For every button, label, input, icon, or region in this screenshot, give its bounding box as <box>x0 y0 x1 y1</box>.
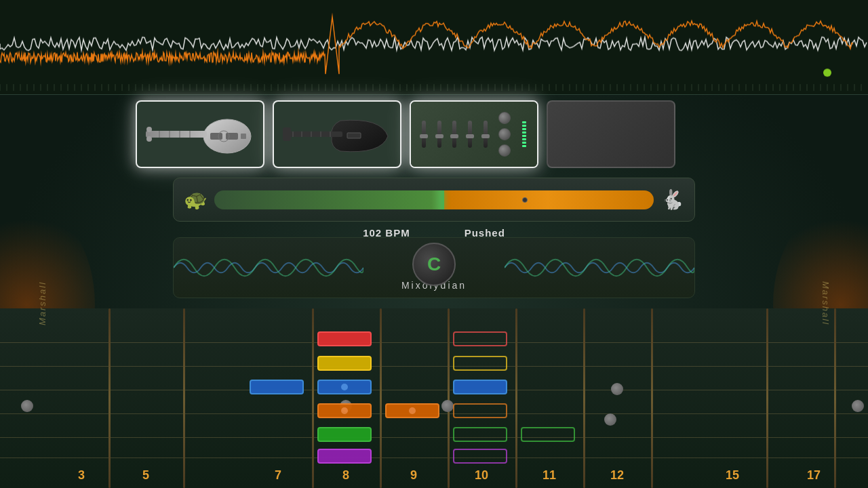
svg-rect-18 <box>283 127 291 141</box>
svg-rect-10 <box>241 134 246 139</box>
svg-point-6 <box>146 127 152 132</box>
instrument-card-guitar1[interactable] <box>136 100 264 168</box>
note-8-5-green <box>317 427 372 442</box>
string-5 <box>0 437 868 438</box>
svg-rect-12 <box>283 131 342 137</box>
fret-num-8: 8 <box>342 468 349 483</box>
fret-line-10 <box>515 308 517 488</box>
string-6 <box>0 458 868 458</box>
fret-line-11 <box>583 308 585 488</box>
instrument-card-empty[interactable] <box>547 100 675 168</box>
turtle-icon: 🐢 <box>184 188 208 211</box>
tempo-slider[interactable] <box>214 190 654 209</box>
svg-rect-19 <box>347 133 361 138</box>
fret-line-3 <box>108 308 111 488</box>
fret-line-8 <box>380 308 382 488</box>
tempo-bar[interactable]: 🐢 🐇 <box>173 178 695 222</box>
note-10-5-green <box>453 427 507 442</box>
fret-num-9: 9 <box>410 468 417 483</box>
svg-point-7 <box>146 136 152 142</box>
key-circle: C <box>412 243 456 286</box>
fret-dot-12a <box>611 383 623 395</box>
svg-rect-9 <box>226 133 238 140</box>
waveform-display <box>0 0 868 95</box>
wave-left <box>174 238 363 298</box>
fret-num-11: 11 <box>542 468 556 483</box>
fret-num-10: 10 <box>475 468 488 483</box>
note-8-2-yellow <box>317 356 372 371</box>
marshall-label-left: Marshall <box>37 281 47 325</box>
string-2 <box>0 366 868 367</box>
note-10-2-yellow <box>453 356 507 371</box>
fret-line-5 <box>183 308 185 488</box>
note-10-3-blue <box>453 380 507 394</box>
fret-dot-9 <box>441 400 454 412</box>
fret-line-9 <box>448 308 450 488</box>
fret-num-15: 15 <box>726 468 739 483</box>
fret-num-7: 7 <box>275 468 281 483</box>
fret-num-3: 3 <box>78 468 85 483</box>
note-11-5-green <box>521 427 575 442</box>
wave-right <box>505 238 694 298</box>
string-1 <box>0 342 868 343</box>
string-3 <box>0 390 868 390</box>
fret-line-7 <box>312 308 314 488</box>
svg-rect-1 <box>146 131 207 138</box>
note-7-3-blue <box>250 380 304 394</box>
key-scale-bar: C Mixolydian <box>173 237 695 298</box>
instrument-card-bass[interactable] <box>273 100 401 168</box>
waveform-canvas <box>0 0 868 94</box>
note-10-4-orange <box>453 403 507 418</box>
fret-dot-11 <box>604 413 616 426</box>
svg-rect-8 <box>210 133 222 140</box>
fret-dot-side-right <box>852 400 864 412</box>
note-9-4-orange <box>385 403 439 418</box>
instrument-row <box>136 100 675 168</box>
instrument-card-amp[interactable] <box>410 100 538 168</box>
note-10-6-purple <box>453 449 507 464</box>
fret-num-5: 5 <box>142 468 149 483</box>
marshall-label-right: Marshall <box>821 281 831 325</box>
fret-line-17 <box>834 308 836 488</box>
key-letter: C <box>427 253 441 275</box>
fret-num-17: 17 <box>807 468 821 483</box>
fret-line-12 <box>651 308 653 488</box>
fret-dot-15 <box>21 400 33 412</box>
note-8-4-orange <box>317 403 372 418</box>
note-8-3-blue <box>317 380 372 394</box>
fret-line-15 <box>766 308 768 488</box>
fret-num-12: 12 <box>610 468 624 483</box>
note-8-6-purple <box>317 449 372 464</box>
note-8-1-red <box>317 331 372 346</box>
note-10-1-red <box>453 331 507 346</box>
rabbit-icon: 🐇 <box>660 188 684 211</box>
fretboard: 3 5 7 8 9 10 11 12 15 17 <box>0 308 868 488</box>
